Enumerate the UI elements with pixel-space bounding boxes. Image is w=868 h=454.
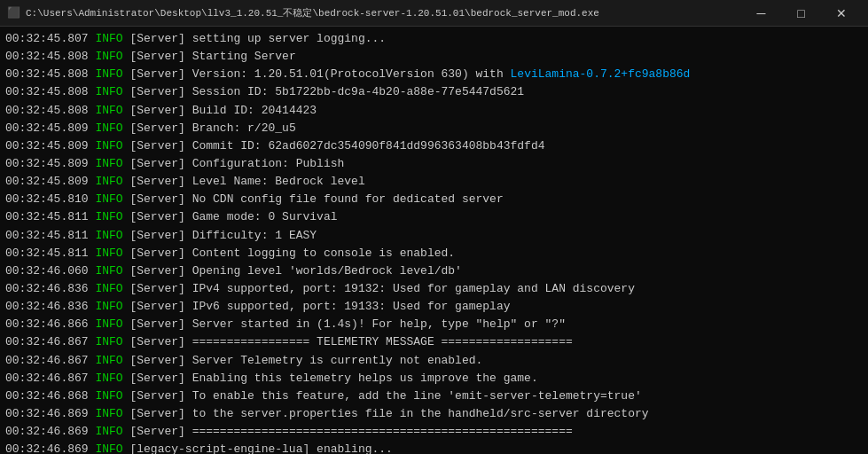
log-line: 00:32:46.866 INFO [Server] Server starte…: [5, 316, 863, 333]
log-line: 00:32:46.060 INFO [Server] Opening level…: [5, 262, 863, 280]
log-line: 00:32:46.867 INFO [Server] =============…: [5, 333, 863, 351]
log-line: 00:32:46.868 INFO [Server] To enable thi…: [5, 387, 863, 405]
log-line: 00:32:45.810 INFO [Server] No CDN config…: [5, 191, 863, 208]
log-line: 00:32:45.811 INFO [Server] Content loggi…: [5, 245, 863, 262]
titlebar-left: ⬛ C:\Users\Administrator\Desktop\llv3_1.…: [7, 6, 599, 20]
log-line: 00:32:45.807 INFO [Server] setting up se…: [5, 30, 863, 48]
console-output: 00:32:45.807 INFO [Server] setting up se…: [0, 27, 868, 454]
log-line: 00:32:46.867 INFO [Server] Enabling this…: [5, 370, 863, 387]
titlebar-controls: ─ □ ✕: [741, 0, 861, 27]
log-line: 00:32:46.869 INFO [Server] =============…: [5, 423, 863, 441]
log-line: 00:32:46.869 INFO [legacy-script-engine-…: [5, 441, 863, 454]
log-line: 00:32:45.811 INFO [Server] Difficulty: 1…: [5, 227, 863, 245]
log-line: 00:32:46.867 INFO [Server] Server Teleme…: [5, 352, 863, 370]
log-line: 00:32:45.808 INFO [Server] Version: 1.20…: [5, 66, 863, 83]
log-line: 00:32:45.809 INFO [Server] Branch: r/20_…: [5, 120, 863, 137]
log-line: 00:32:45.809 INFO [Server] Level Name: B…: [5, 173, 863, 191]
log-line: 00:32:45.809 INFO [Server] Commit ID: 62…: [5, 137, 863, 155]
log-line: 00:32:45.811 INFO [Server] Game mode: 0 …: [5, 208, 863, 226]
log-line: 00:32:45.809 INFO [Server] Configuration…: [5, 155, 863, 173]
maximize-button[interactable]: □: [781, 0, 821, 27]
log-line: 00:32:46.836 INFO [Server] IPv6 supporte…: [5, 298, 863, 316]
close-button[interactable]: ✕: [821, 0, 861, 27]
minimize-button[interactable]: ─: [741, 0, 781, 27]
titlebar-icon: ⬛: [7, 6, 20, 20]
log-line: 00:32:45.808 INFO [Server] Build ID: 204…: [5, 102, 863, 120]
window: ⬛ C:\Users\Administrator\Desktop\llv3_1.…: [0, 0, 868, 454]
titlebar-title: C:\Users\Administrator\Desktop\llv3_1.20…: [26, 6, 599, 20]
titlebar: ⬛ C:\Users\Administrator\Desktop\llv3_1.…: [0, 0, 868, 27]
log-line: 00:32:45.808 INFO [Server] Session ID: 5…: [5, 83, 863, 101]
log-line: 00:32:45.808 INFO [Server] Starting Serv…: [5, 48, 863, 66]
log-line: 00:32:46.869 INFO [Server] to the server…: [5, 405, 863, 423]
log-line: 00:32:46.836 INFO [Server] IPv4 supporte…: [5, 280, 863, 298]
